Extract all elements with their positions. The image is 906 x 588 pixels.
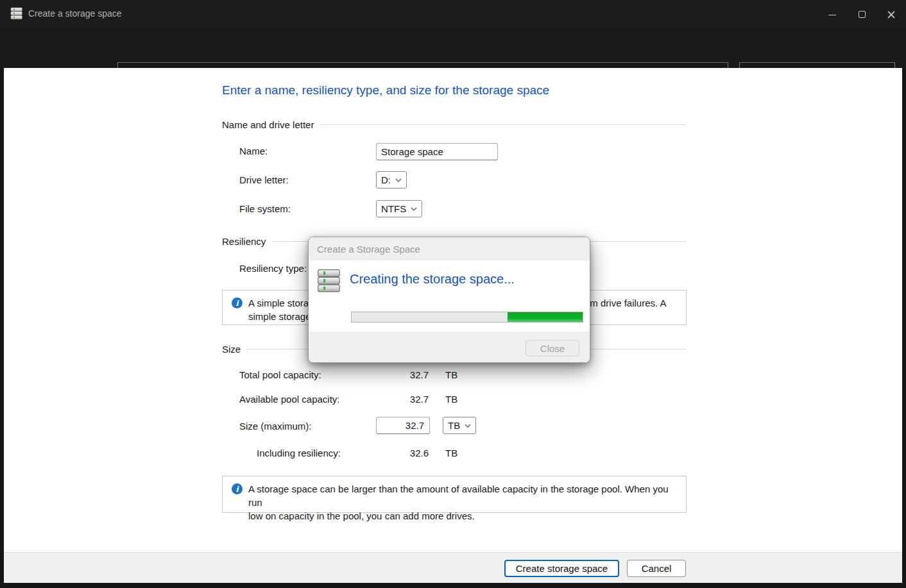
chevron-down-icon (465, 424, 471, 428)
including-resiliency-unit: TB (445, 448, 457, 458)
size-maximum-input[interactable] (376, 417, 430, 434)
chevron-down-icon (395, 178, 402, 182)
dialog-body: Creating the storage space... (309, 260, 590, 332)
dialog-footer: Close (309, 332, 590, 363)
dialog-message: Creating the storage space... (350, 272, 515, 287)
info-text-line: low on capacity in the pool, you can add… (248, 509, 678, 523)
including-resiliency-value: 32.6 (376, 448, 429, 458)
total-pool-capacity-unit: TB (445, 369, 457, 380)
size-maximum-label: Size (maximum): (239, 421, 312, 432)
chevron-down-icon (411, 207, 417, 211)
cancel-button[interactable]: Cancel (627, 560, 686, 577)
name-input[interactable] (376, 143, 498, 160)
available-pool-capacity-value: 32.7 (376, 394, 429, 405)
drive-letter-label: Drive letter: (239, 174, 289, 185)
progress-dialog: Create a Storage Space Creating the stor… (308, 237, 590, 363)
info-box-size: i A storage space can be larger than the… (222, 476, 687, 513)
available-pool-capacity-label: Available pool capacity: (239, 394, 340, 405)
including-resiliency-label: Including resiliency: (257, 448, 341, 458)
drive-letter-select[interactable]: D: (376, 171, 407, 189)
group-label: Name and drive letter (222, 119, 314, 130)
file-system-label: File system: (239, 203, 291, 214)
group-label: Size (222, 344, 241, 355)
storage-spaces-icon (10, 7, 23, 22)
window-title: Create a storage space (28, 8, 122, 19)
group-label: Resiliency (222, 236, 266, 247)
control-panel-window: Create a storage space — × ← → ↑ › Contr… (0, 0, 906, 588)
maximize-button[interactable] (847, 0, 876, 28)
window-controls: — × (817, 0, 906, 28)
group-divider (320, 124, 687, 125)
close-button[interactable]: × (876, 0, 906, 28)
file-system-select[interactable]: NTFS (376, 200, 422, 217)
drive-letter-value: D: (381, 174, 391, 185)
maximize-icon (859, 11, 866, 18)
file-system-value: NTFS (381, 203, 406, 214)
minimize-button[interactable]: — (817, 0, 847, 28)
size-unit-value: TB (448, 420, 460, 431)
info-icon: i (232, 298, 243, 308)
info-icon: i (232, 483, 243, 494)
dialog-close-button[interactable]: Close (526, 340, 579, 357)
name-label: Name: (239, 146, 268, 156)
wizard-footer: Create storage space Cancel (4, 552, 902, 583)
size-unit-select[interactable]: TB (443, 417, 476, 434)
create-storage-space-button[interactable]: Create storage space (504, 560, 619, 577)
nav-bar: ← → ↑ › Control Panel › System and Secur… (0, 28, 906, 68)
available-pool-capacity-unit: TB (445, 394, 457, 405)
page-title: Enter a name, resiliency type, and size … (222, 83, 549, 97)
dialog-title-bar: Create a Storage Space (309, 237, 590, 260)
resiliency-type-label: Resiliency type: (239, 263, 307, 274)
total-pool-capacity-value: 32.7 (376, 369, 429, 380)
title-bar: Create a storage space — × (0, 0, 906, 28)
total-pool-capacity-label: Total pool capacity: (239, 369, 321, 380)
progress-fill (508, 312, 583, 322)
dialog-title: Create a Storage Space (317, 244, 420, 255)
storage-spaces-icon (317, 269, 341, 296)
progress-bar (351, 312, 583, 323)
info-text-line: A storage space can be larger than the a… (248, 482, 678, 509)
group-header-name-drive: Name and drive letter (222, 119, 687, 130)
